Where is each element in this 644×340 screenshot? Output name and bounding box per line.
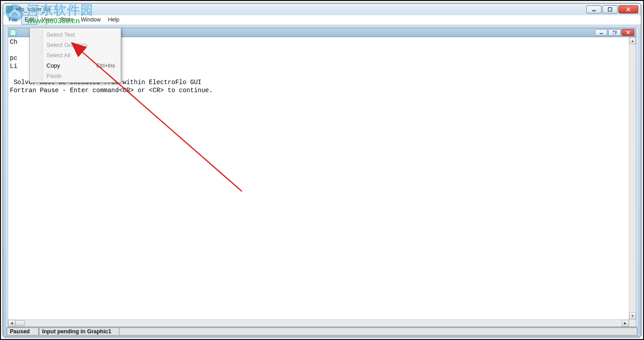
statusbar: Paused Input pending in Graphic1 bbox=[7, 327, 637, 336]
menu-item-label: Select Text bbox=[47, 31, 75, 38]
screenshot-frame: eflo_solver_64 File Edit View State Wind… bbox=[0, 0, 644, 340]
svg-rect-0 bbox=[592, 10, 596, 11]
outer-titlebar[interactable]: eflo_solver_64 bbox=[3, 4, 641, 15]
menu-window[interactable]: Window bbox=[77, 15, 104, 25]
close-icon bbox=[626, 30, 630, 34]
inner-minimize-button[interactable] bbox=[595, 29, 607, 36]
maximize-button[interactable] bbox=[602, 5, 618, 13]
svg-rect-4 bbox=[613, 32, 615, 34]
menu-help[interactable]: Help bbox=[104, 15, 123, 25]
horizontal-scrollbar[interactable]: ◀ ▶ bbox=[8, 319, 629, 327]
close-button[interactable] bbox=[619, 5, 638, 13]
menu-edit[interactable]: Edit bbox=[21, 15, 38, 25]
status-filler bbox=[119, 328, 637, 336]
restore-icon bbox=[613, 30, 617, 34]
minimize-icon bbox=[592, 7, 596, 12]
minimize-button[interactable] bbox=[586, 5, 602, 13]
window-controls bbox=[586, 5, 638, 13]
hscroll-thumb[interactable] bbox=[15, 320, 25, 326]
inner-close-button[interactable] bbox=[622, 29, 634, 36]
vscroll-track[interactable] bbox=[629, 44, 636, 312]
menu-item-label: Select All bbox=[47, 52, 70, 59]
menu-item-label: Paste bbox=[47, 72, 61, 79]
menu-select-graphics[interactable]: Select Graphics bbox=[31, 40, 119, 50]
app-icon bbox=[6, 6, 13, 13]
inner-window-controls bbox=[595, 29, 634, 36]
minimize-icon bbox=[599, 30, 603, 34]
maximize-icon bbox=[608, 7, 612, 12]
menu-file[interactable]: File bbox=[5, 15, 21, 25]
svg-rect-1 bbox=[608, 8, 612, 11]
outer-window: eflo_solver_64 File Edit View State Wind… bbox=[3, 3, 641, 337]
scroll-left-button[interactable]: ◀ bbox=[8, 320, 15, 327]
scroll-down-button[interactable]: ▼ bbox=[629, 312, 636, 319]
menu-shortcut: Ctrl+Ins bbox=[96, 63, 115, 69]
menubar: File Edit View State Window Help bbox=[3, 15, 641, 25]
menu-state[interactable]: State bbox=[57, 15, 77, 25]
menu-view[interactable]: View bbox=[38, 15, 57, 25]
window-title: eflo_solver_64 bbox=[16, 6, 51, 13]
menu-select-all[interactable]: Select All bbox=[31, 50, 119, 60]
scroll-right-button[interactable]: ▶ bbox=[622, 320, 629, 327]
menu-copy[interactable]: Copy Ctrl+Ins bbox=[31, 60, 119, 71]
edit-dropdown: Select Text Select Graphics Select All C… bbox=[30, 28, 121, 83]
status-left: Paused bbox=[7, 328, 39, 336]
menu-select-text[interactable]: Select Text bbox=[31, 30, 119, 40]
scroll-corner bbox=[629, 319, 636, 327]
svg-rect-2 bbox=[599, 33, 602, 34]
status-right: Input pending in Graphic1 bbox=[39, 328, 119, 336]
document-icon bbox=[10, 30, 16, 36]
menu-paste[interactable]: Paste bbox=[31, 71, 119, 81]
scroll-up-button[interactable]: ▲ bbox=[629, 37, 636, 44]
close-icon bbox=[626, 7, 631, 12]
menu-item-label: Copy bbox=[47, 62, 60, 69]
vertical-scrollbar[interactable]: ▲ ▼ bbox=[629, 37, 636, 319]
inner-restore-button[interactable] bbox=[608, 29, 621, 36]
menu-item-label: Select Graphics bbox=[47, 42, 88, 48]
